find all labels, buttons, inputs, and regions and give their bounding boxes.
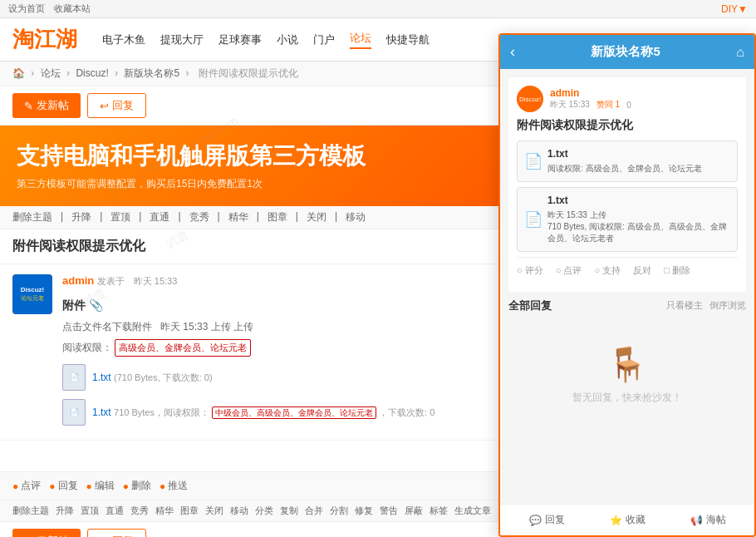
mod-copy[interactable]: 复制 xyxy=(280,505,298,517)
mod-repair[interactable]: 修复 xyxy=(355,505,373,517)
attach-restriction-tag: 高级会员、金牌会员、论坛元老 xyxy=(115,339,251,357)
nav-zuqiu-saishi[interactable]: 足球赛事 xyxy=(218,32,262,47)
mobile-collect-btn[interactable]: ⭐ 收藏 xyxy=(610,513,646,527)
empty-chair-icon: 🪑 xyxy=(606,345,648,384)
bottom-reply-button[interactable]: ↩ 回复 xyxy=(87,529,146,537)
mobile-reverse-filter[interactable]: 倒序浏览 xyxy=(709,299,746,312)
nav-xiaoshuo[interactable]: 小说 xyxy=(277,32,298,47)
delete-icon: ● xyxy=(123,480,129,492)
site-logo[interactable]: 淘江湖 xyxy=(12,25,77,54)
set-homepage-link[interactable]: 设为首页 xyxy=(8,3,45,13)
post-author[interactable]: admin xyxy=(62,274,94,287)
delete-thread[interactable]: 删除主题 xyxy=(12,210,52,224)
close-thread[interactable]: 关闭 xyxy=(307,210,326,224)
push-icon: ● xyxy=(160,480,165,492)
mod-classify[interactable]: 分类 xyxy=(255,505,273,517)
reply-action-icon: ● xyxy=(49,480,55,492)
post-new-button[interactable]: ✎ 发新帖 xyxy=(12,93,81,118)
move-thread[interactable]: 移动 xyxy=(346,210,366,224)
mod-highlight[interactable]: 竞秀 xyxy=(130,505,149,517)
file-link-2[interactable]: 1.txt xyxy=(92,406,111,418)
top-bar-links: 设为首页 收藏本站 xyxy=(8,2,97,15)
bottom-post-button[interactable]: ✎ 发新帖 xyxy=(12,529,81,537)
mobile-post-time: 昨天 15:33 xyxy=(550,99,590,111)
breadcrumb-discuz[interactable]: Discuz! xyxy=(76,67,108,79)
nav-tixian-dating[interactable]: 提现大厅 xyxy=(160,32,204,47)
reply-action[interactable]: ● 回复 xyxy=(49,479,77,493)
mobile-delete-action[interactable]: □ 删除 xyxy=(664,264,690,277)
mod-stamp[interactable]: 图章 xyxy=(180,505,199,517)
mod-direct[interactable]: 直通 xyxy=(106,505,124,517)
nav-menhu[interactable]: 门户 xyxy=(313,32,335,47)
mobile-reply-btn[interactable]: 💬 回复 xyxy=(529,513,565,527)
mobile-attach-1: 📄 1.txt 阅读权限: 高级会员、金牌会员、论坛元老 xyxy=(517,140,738,182)
mobile-post-actions: ○ 评分 ○ 点评 ○ 支持 反对 □ 删除 xyxy=(517,257,738,283)
bookmark-link[interactable]: 收藏本站 xyxy=(54,3,91,13)
breadcrumb-block[interactable]: 新版块名称5 xyxy=(124,67,179,79)
direct-thread[interactable]: 直通 xyxy=(150,210,169,224)
nav-kuaijie[interactable]: 快捷导航 xyxy=(386,32,430,47)
mod-warn[interactable]: 警告 xyxy=(380,505,398,517)
mobile-rate-action[interactable]: ○ 评分 xyxy=(517,264,543,277)
breadcrumb-home[interactable]: 🏠 xyxy=(12,67,25,79)
push-action[interactable]: ● 推送 xyxy=(160,479,188,493)
mod-generate[interactable]: 生成文章 xyxy=(454,505,491,517)
boost-thread[interactable]: 升降 xyxy=(71,210,91,224)
stamp-thread[interactable]: 图章 xyxy=(268,210,287,224)
mobile-share-btn[interactable]: 📢 海帖 xyxy=(690,513,726,527)
mobile-post-title: 附件阅读权限提示优化 xyxy=(517,117,738,134)
mod-merge[interactable]: 合并 xyxy=(305,505,323,517)
highlight-thread[interactable]: 竞秀 xyxy=(189,210,209,224)
mobile-comments-count: 0 xyxy=(626,101,631,110)
nav-luntan[interactable]: 论坛 xyxy=(350,31,371,49)
mobile-footer: 💬 回复 ⭐ 收藏 📢 海帖 xyxy=(500,504,754,535)
mobile-replies-filters: 只看楼主 倒序浏览 xyxy=(666,299,746,312)
comment-action[interactable]: ● 点评 xyxy=(12,479,41,493)
reply-icon: ↩ xyxy=(100,100,109,112)
mod-move[interactable]: 移动 xyxy=(230,505,248,517)
mobile-reply-icon: 💬 xyxy=(529,515,542,526)
mobile-home-button[interactable]: ⌂ xyxy=(736,45,744,60)
file-link-1[interactable]: 1.txt xyxy=(92,372,111,383)
edit-action[interactable]: ● 编辑 xyxy=(86,479,115,493)
delete-action[interactable]: ● 删除 xyxy=(123,479,151,493)
breadcrumb-luntan[interactable]: 论坛 xyxy=(41,67,61,79)
nav-dianzi-muyu[interactable]: 电子木鱼 xyxy=(102,32,145,47)
file-icon-1: 📄 xyxy=(62,364,86,391)
mobile-support-action[interactable]: ○ 支持 xyxy=(594,264,621,277)
breadcrumb-sep2: › xyxy=(66,67,72,79)
mod-split[interactable]: 分割 xyxy=(330,505,348,517)
mod-delete[interactable]: 删除主题 xyxy=(12,505,49,517)
mobile-oppose-action[interactable]: 反对 xyxy=(633,264,651,277)
mod-close[interactable]: 关闭 xyxy=(205,505,223,517)
breadcrumb-sep4: › xyxy=(185,67,191,79)
mobile-file-restriction-2: 710 Bytes, 阅读权限: 高级会员、高级会员、金牌会员、论坛元老者 xyxy=(547,221,730,244)
mod-boost[interactable]: 升降 xyxy=(56,505,74,517)
mobile-header: ‹ 新版块名称5 ⌂ xyxy=(500,35,754,69)
mobile-comment-action[interactable]: ○ 点评 xyxy=(556,264,582,277)
mobile-attach-2-row: 📄 1.txt 昨天 15:33 上传 710 Bytes, 阅读权限: 高级会… xyxy=(524,195,730,244)
mobile-back-button[interactable]: ‹ xyxy=(510,43,515,61)
mobile-replies-header: 全部回复 只看楼主 倒序浏览 xyxy=(508,298,746,313)
pin-thread[interactable]: 置顶 xyxy=(110,210,130,224)
essence-thread[interactable]: 精华 xyxy=(228,210,248,224)
breadcrumb-sep3: › xyxy=(115,67,120,79)
file-meta-1: (710 Bytes, 下载次数: 0) xyxy=(114,372,213,382)
mod-pin[interactable]: 置顶 xyxy=(81,505,99,517)
file-restriction-2: 中级会员、高级会员、金牌会员、论坛元老 xyxy=(212,406,376,419)
mobile-empty-replies: 🪑 暂无回复，快来抢沙发！ xyxy=(508,320,746,430)
plus-icon: ✎ xyxy=(24,100,33,112)
file-meta-2: 710 Bytes，阅读权限： 中级会员、高级会员、金牌会员、论坛元老 ，下载次… xyxy=(114,407,434,417)
mobile-collect-icon: ⭐ xyxy=(610,515,622,526)
mod-tag[interactable]: 标签 xyxy=(430,505,448,517)
mobile-file-name-2: 1.txt xyxy=(547,195,730,206)
reply-button[interactable]: ↩ 回复 xyxy=(87,93,146,118)
mobile-file-upload-time: 昨天 15:33 上传 xyxy=(547,209,730,221)
post-label: 发表于 xyxy=(97,276,127,286)
mobile-file-restriction-1: 阅读权限: 高级会员、金牌会员、论坛元老 xyxy=(547,163,702,175)
breadcrumb-current: 附件阅读权限提示优化 xyxy=(199,67,298,79)
mobile-only-author-filter[interactable]: 只看楼主 xyxy=(666,299,703,312)
mod-essence[interactable]: 精华 xyxy=(155,505,174,517)
mod-block[interactable]: 屏蔽 xyxy=(405,505,423,517)
diy-button[interactable]: DIY▼ xyxy=(721,3,748,15)
